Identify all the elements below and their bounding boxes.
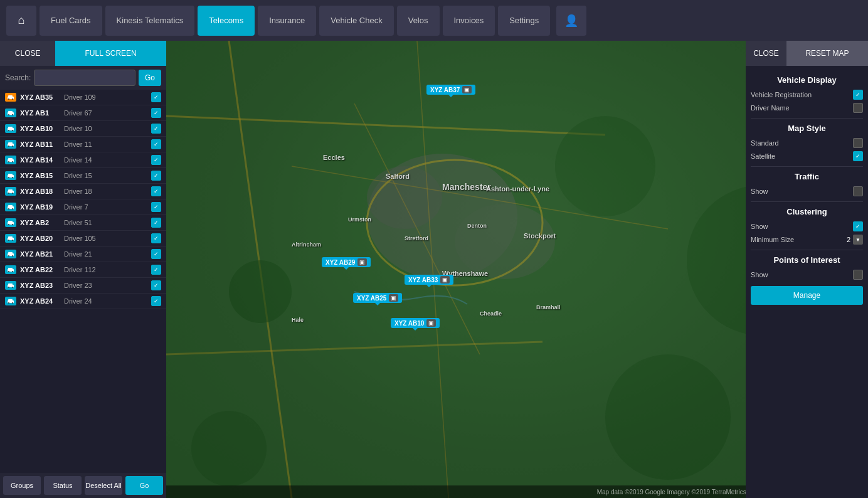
- vehicle-checkbox[interactable]: [151, 233, 161, 243]
- vehicle-row[interactable]: XYZ AB19 Driver 7: [0, 199, 166, 215]
- vehicle-display-title: Vehicle Display: [751, 75, 863, 85]
- svg-rect-53: [8, 299, 13, 301]
- vehicle-row[interactable]: XYZ AB11 Driver 11: [0, 137, 166, 152]
- vehicle-checkbox[interactable]: [151, 202, 161, 212]
- marker-close-ab29[interactable]: ▣: [357, 258, 367, 266]
- vehicle-checkbox[interactable]: [151, 92, 161, 102]
- search-input[interactable]: [34, 70, 135, 86]
- bottom-toolbar-button-status[interactable]: Status: [44, 476, 82, 495]
- vehicle-row[interactable]: XYZ AB1 Driver 67: [0, 105, 166, 121]
- traffic-show-label: Show: [751, 188, 853, 195]
- driver-name-toggle[interactable]: [853, 103, 863, 113]
- bottom-toolbar-button-go[interactable]: Go: [125, 476, 163, 495]
- vehicle-registration-toggle[interactable]: [853, 90, 863, 100]
- marker-close-ab37[interactable]: ▣: [462, 86, 472, 93]
- nav-tab-kinesis-telematics[interactable]: Kinesis Telematics: [105, 6, 195, 36]
- vehicle-reg: XYZ AB11: [20, 140, 64, 148]
- vehicle-list: XYZ AB35 Driver 109 XYZ AB1 Driver 67 XY…: [0, 90, 166, 473]
- map-style-title: Map Style: [751, 124, 863, 133]
- vehicle-row[interactable]: XYZ AB15 Driver 15: [0, 168, 166, 184]
- vehicle-checkbox[interactable]: [151, 171, 161, 181]
- vehicle-checkbox[interactable]: [151, 186, 161, 196]
- vehicle-driver: Driver 15: [64, 172, 151, 179]
- svg-point-68: [555, 116, 655, 216]
- nav-tab-telecoms[interactable]: Telecoms: [198, 6, 255, 36]
- vehicle-row[interactable]: XYZ AB22 Driver 112: [0, 262, 166, 278]
- vehicle-icon: [5, 297, 16, 305]
- svg-point-10: [8, 130, 9, 131]
- vehicle-row[interactable]: XYZ AB18 Driver 18: [0, 184, 166, 199]
- vehicle-checkbox[interactable]: [151, 155, 161, 165]
- home-button[interactable]: ⌂: [6, 6, 36, 36]
- vehicle-checkbox[interactable]: [151, 296, 161, 306]
- standard-toggle[interactable]: [853, 138, 863, 148]
- bottom-toolbar-button-deselect-all[interactable]: Deselect All: [85, 476, 122, 495]
- vehicle-reg: XYZ AB22: [20, 266, 64, 273]
- bottom-toolbar-button-groups[interactable]: Groups: [3, 476, 41, 495]
- nav-tab-invoices[interactable]: Invoices: [443, 6, 495, 36]
- marker-close-ab25[interactable]: ▣: [389, 294, 398, 302]
- satellite-toggle[interactable]: [853, 151, 863, 161]
- svg-rect-1: [8, 95, 13, 97]
- vehicle-row[interactable]: XYZ AB21 Driver 21: [0, 246, 166, 262]
- svg-point-31: [12, 208, 13, 209]
- clustering-show-toggle[interactable]: [853, 221, 863, 231]
- svg-rect-17: [8, 158, 13, 160]
- user-button[interactable]: 👤: [556, 6, 586, 36]
- map-marker-ab29[interactable]: XYZ AB29 ▣: [322, 257, 371, 267]
- nav-tab-insurance[interactable]: Insurance: [258, 6, 316, 36]
- svg-point-51: [12, 287, 13, 288]
- vehicle-checkbox[interactable]: [151, 265, 161, 275]
- vehicle-row[interactable]: XYZ AB23 Driver 23: [0, 278, 166, 294]
- svg-rect-29: [8, 205, 13, 207]
- top-navigation: ⌂ Fuel Cards Kinesis Telematics Telecoms…: [0, 0, 868, 41]
- svg-point-39: [12, 240, 13, 241]
- vehicle-registration-label: Vehicle Registration: [751, 91, 853, 98]
- svg-point-30: [8, 208, 9, 209]
- vehicle-row[interactable]: XYZ AB20 Driver 105: [0, 231, 166, 246]
- vehicle-checkbox[interactable]: [151, 249, 161, 259]
- vehicle-row[interactable]: XYZ AB14 Driver 14: [0, 152, 166, 168]
- panel-fullscreen-button[interactable]: FULL SCREEN: [55, 41, 166, 66]
- vehicle-row[interactable]: XYZ AB2 Driver 51: [0, 215, 166, 231]
- svg-point-3: [12, 98, 13, 100]
- vehicle-row[interactable]: XYZ AB10 Driver 10: [0, 121, 166, 137]
- vehicle-checkbox[interactable]: [151, 218, 161, 228]
- min-size-value: 2: [847, 236, 850, 243]
- svg-rect-41: [8, 252, 13, 254]
- right-reset-button[interactable]: RESET MAP: [786, 41, 868, 66]
- vehicle-reg: XYZ AB2: [20, 219, 64, 226]
- marker-close-ab33[interactable]: ▣: [440, 276, 450, 283]
- map-marker-ab33[interactable]: XYZ AB33 ▣: [405, 275, 453, 285]
- nav-tab-velos[interactable]: Velos: [397, 6, 440, 36]
- poi-manage-button[interactable]: Manage: [751, 286, 863, 305]
- poi-show-toggle[interactable]: [853, 270, 863, 280]
- vehicle-checkbox[interactable]: [151, 139, 161, 149]
- map-marker-ab10[interactable]: XYZ AB10 ▣: [391, 318, 440, 328]
- svg-point-46: [8, 271, 9, 272]
- vehicle-icon: [5, 250, 16, 258]
- panel-close-button[interactable]: CLOSE: [0, 41, 55, 66]
- svg-rect-49: [8, 283, 13, 285]
- nav-tab-vehicle-check[interactable]: Vehicle Check: [319, 6, 393, 36]
- vehicle-row[interactable]: XYZ AB35 Driver 109: [0, 90, 166, 105]
- marker-close-ab10[interactable]: ▣: [426, 319, 436, 327]
- vehicle-reg: XYZ AB1: [20, 109, 64, 117]
- vehicle-icon: [5, 218, 16, 227]
- vehicle-reg: XYZ AB24: [20, 297, 64, 305]
- traffic-show-toggle[interactable]: [853, 186, 863, 196]
- svg-point-50: [8, 287, 9, 288]
- vehicle-checkbox[interactable]: [151, 108, 161, 118]
- search-go-button[interactable]: Go: [139, 70, 161, 86]
- vehicle-checkbox[interactable]: [151, 280, 161, 290]
- nav-tab-settings[interactable]: Settings: [498, 6, 550, 36]
- right-close-button[interactable]: CLOSE: [746, 41, 786, 66]
- min-size-dropdown[interactable]: ▼: [853, 235, 863, 245]
- vehicle-checkbox[interactable]: [151, 124, 161, 134]
- nav-tab-fuel-cards[interactable]: Fuel Cards: [40, 6, 102, 36]
- map-marker-ab25[interactable]: XYZ AB25 ▣: [353, 293, 402, 303]
- svg-point-6: [8, 114, 9, 115]
- map-marker-ab37[interactable]: XYZ AB37 ▣: [426, 85, 475, 95]
- svg-point-11: [12, 130, 13, 131]
- vehicle-row[interactable]: XYZ AB24 Driver 24: [0, 294, 166, 309]
